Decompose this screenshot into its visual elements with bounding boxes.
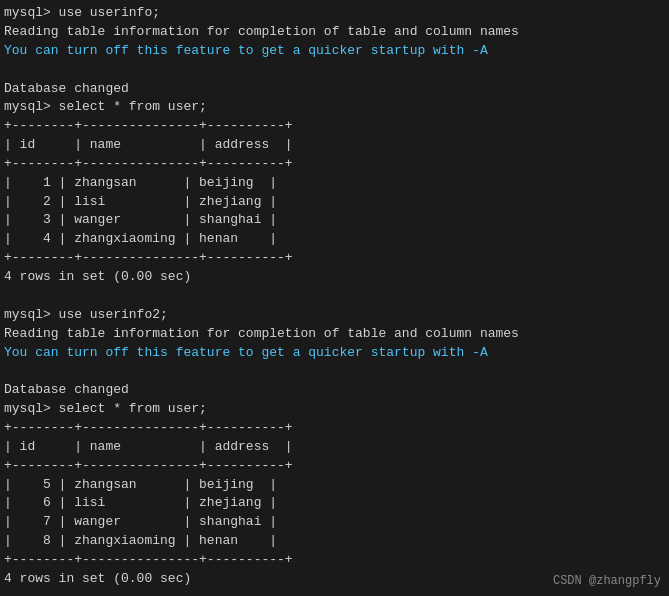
info-line: Reading table information for completion… [4, 325, 665, 344]
table-line: | id | name | address | [4, 136, 665, 155]
prompt-line: mysql> use userinfo; [4, 4, 665, 23]
table-line: +--------+---------------+----------+ [4, 155, 665, 174]
prompt-line: mysql> select * from user; [4, 98, 665, 117]
you-line: You can turn off this feature to get a q… [4, 42, 665, 61]
watermark: CSDN @zhangpfly [553, 574, 661, 588]
db-changed-line: Database changed [4, 381, 665, 400]
table-line: | id | name | address | [4, 438, 665, 457]
table-line: | 7 | wanger | shanghai | [4, 513, 665, 532]
table-line: +--------+---------------+----------+ [4, 551, 665, 570]
table-line: | 6 | lisi | zhejiang | [4, 494, 665, 513]
table-line: | 5 | zhangsan | beijing | [4, 476, 665, 495]
terminal-content: mysql> use userinfo;Reading table inform… [4, 4, 665, 589]
table-line: | 8 | zhangxiaoming | henan | [4, 532, 665, 551]
table-line: +--------+---------------+----------+ [4, 457, 665, 476]
prompt-line: mysql> use userinfo2; [4, 306, 665, 325]
db-changed-line: Database changed [4, 80, 665, 99]
you-line: You can turn off this feature to get a q… [4, 344, 665, 363]
table-line: +--------+---------------+----------+ [4, 117, 665, 136]
terminal-window: mysql> use userinfo;Reading table inform… [0, 0, 669, 596]
table-line: | 4 | zhangxiaoming | henan | [4, 230, 665, 249]
info-line: Reading table information for completion… [4, 23, 665, 42]
prompt-line: mysql> select * from user; [4, 400, 665, 419]
table-line: | 3 | wanger | shanghai | [4, 211, 665, 230]
table-line: +--------+---------------+----------+ [4, 249, 665, 268]
table-line: +--------+---------------+----------+ [4, 419, 665, 438]
info-line: 4 rows in set (0.00 sec) [4, 268, 665, 287]
table-line: | 2 | lisi | zhejiang | [4, 193, 665, 212]
table-line: | 1 | zhangsan | beijing | [4, 174, 665, 193]
